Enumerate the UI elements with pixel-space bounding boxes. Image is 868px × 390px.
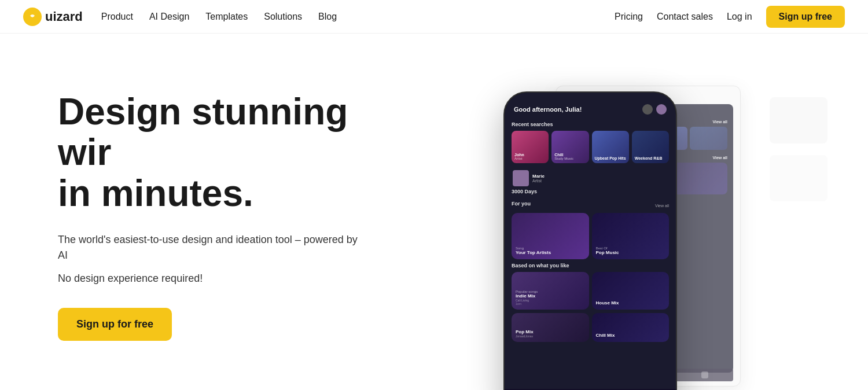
card-weekend-label: Weekend R&B (635, 156, 666, 160)
card-upbeat-label: Upbeat Pop Hits (595, 156, 626, 160)
card-chill-label: Chill (554, 153, 586, 157)
phone-card-john: John Artist (512, 131, 549, 163)
card-indie: Popular songs Indie Mix Cali Living 1orn (512, 272, 589, 310)
signup-button[interactable]: Sign up free (766, 6, 845, 28)
phone-mix-cards: Popular songs Indie Mix Cali Living 1orn… (512, 272, 669, 310)
phone-recent-title: Recent searches (512, 122, 669, 127)
side-card-2 (770, 155, 827, 201)
phone-for-you-header: 3000 Days (512, 189, 669, 198)
marie-info: Marie Artist (532, 174, 668, 183)
nav-blog[interactable]: Blog (318, 12, 337, 22)
side-card-1 (770, 97, 827, 144)
avatar-icon (656, 104, 667, 115)
dm-pickup-viewall: View all (712, 120, 727, 124)
card-chill-mix-label: Chill Mix (596, 333, 665, 338)
big-card-pop-label: Pop Music (596, 250, 665, 255)
phone-row-marie: Marie Artist (512, 168, 669, 189)
notification-icon (642, 104, 653, 115)
hero-section: Design stunning wir in minutes. The worl… (0, 34, 868, 390)
hero-subtitle: The world's easiest-to-use design and id… (58, 232, 359, 263)
nav-right: Pricing Contact sales Log in Sign up fre… (615, 6, 845, 28)
phone-recent-cards: John Artist Chill Study Music Upbeat Pop… (512, 131, 669, 163)
big-card-artists-label: Your Top Artists (516, 250, 585, 255)
phone-mix-cards-2: Pop Mix Jonas&Jonas Chill Mix (512, 313, 669, 342)
phone-big-cards: Song Your Top Artists Best Of Pop Music (512, 213, 669, 259)
phone-header: Good afternoon, Julia! (512, 100, 669, 122)
card-pop-mix: Pop Mix Jonas&Jonas (512, 313, 589, 342)
dm-foryou-viewall: View all (712, 156, 727, 160)
hero-cta-button[interactable]: Sign up for free (58, 308, 172, 341)
marie-sub: Artist (532, 179, 668, 183)
card-indie-time: 1orn (516, 302, 585, 306)
phone-greeting: Good afternoon, Julia! (514, 106, 582, 113)
hero-visuals: Good afternoon, Julia! Recent searches J… (359, 68, 822, 390)
dm-card-4 (690, 127, 728, 150)
card-john-sub: Artist (514, 157, 546, 160)
phone-screen: Good afternoon, Julia! Recent searches J… (505, 93, 676, 390)
phone-card-upbeat: Upbeat Pop Hits (592, 131, 629, 163)
hero-title-line2: wir (58, 131, 111, 173)
card-pop-mix-artist: Jonas&Jonas (516, 334, 585, 338)
marie-thumb (513, 170, 529, 186)
dm-nav-dot-3 (701, 371, 708, 378)
phone-card-weekend: Weekend R&B (632, 131, 669, 163)
marie-title: Marie (532, 174, 668, 179)
phone-for-you-label: For you (512, 201, 531, 207)
card-john-label: John (514, 153, 546, 157)
phone-based-on: Based on what you like (512, 263, 669, 268)
nav-links: Product AI Design Templates Solutions Bl… (101, 12, 337, 22)
phone-card-chill: Chill Study Music (551, 131, 589, 163)
hero-title-line3: in minutes. (58, 172, 253, 214)
phone-view-all: View all (655, 204, 669, 208)
hero-title-line1: Design stunning (58, 91, 348, 133)
nav-ai-design[interactable]: AI Design (149, 12, 189, 22)
big-card-artists: Song Your Top Artists (512, 213, 589, 259)
nav-product[interactable]: Product (101, 12, 133, 22)
logo-icon (23, 8, 42, 26)
hero-text: Design stunning wir in minutes. The worl… (58, 68, 359, 341)
card-house: House Mix (592, 272, 670, 310)
hero-note: No design experience required! (58, 273, 359, 285)
logo-text: uizard (45, 9, 83, 24)
card-indie-label: Indie Mix (516, 293, 585, 299)
phone-icons (642, 104, 667, 115)
big-card-popmusic: Best Of Pop Music (592, 213, 670, 259)
navbar: uizard Product AI Design Templates Solut… (0, 0, 868, 34)
nav-login[interactable]: Log in (727, 12, 752, 22)
logo[interactable]: uizard (23, 8, 83, 26)
card-house-label: House Mix (596, 300, 665, 306)
nav-pricing[interactable]: Pricing (615, 12, 643, 22)
phone-mockup: Good afternoon, Julia! Recent searches J… (503, 91, 677, 390)
hero-title: Design stunning wir in minutes. (58, 91, 359, 214)
nav-solutions[interactable]: Solutions (264, 12, 302, 22)
nav-contact-sales[interactable]: Contact sales (657, 12, 713, 22)
nav-templates[interactable]: Templates (205, 12, 248, 22)
phone-foryou-row: For you View all (512, 201, 669, 210)
card-chill-mix: Chill Mix (592, 313, 670, 342)
nav-left: uizard Product AI Design Templates Solut… (23, 8, 337, 26)
card-pop-mix-label: Pop Mix (516, 329, 585, 334)
phone-for-you-title: 3000 Days (512, 189, 537, 194)
card-chill-sub: Study Music (554, 157, 586, 160)
